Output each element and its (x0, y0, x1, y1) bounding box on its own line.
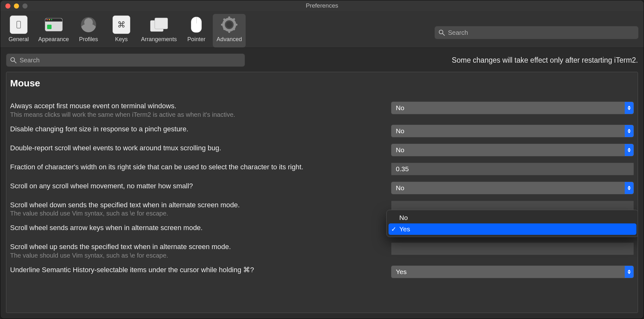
setting-control: Yes (391, 266, 634, 278)
svg-point-9 (439, 30, 443, 34)
select-scroll-any-movement[interactable]: No (391, 182, 634, 194)
window-title: Preferences (306, 2, 338, 9)
stepper-icon (625, 102, 634, 114)
appearance-icon (45, 16, 63, 34)
titlebar: Preferences (0, 0, 644, 11)
tab-label: Advanced (217, 36, 242, 43)
tab-label: General (9, 36, 29, 43)
stepper-icon (625, 182, 634, 194)
advanced-search (6, 53, 245, 67)
tab-arrangements[interactable]: Arrangements (138, 14, 180, 47)
setting-label: Scroll wheel down sends the specified te… (10, 201, 385, 210)
setting-label-wrap: Scroll wheel sends arrow keys when in al… (10, 223, 385, 232)
tab-label: Pointer (187, 36, 205, 43)
svg-point-0 (226, 22, 232, 28)
content-header: Some changes will take effect only after… (6, 53, 638, 67)
setting-label: Scroll wheel sends arrow keys when in al… (10, 223, 385, 232)
select-value: No (396, 184, 404, 192)
popup-option-label: Yes (399, 225, 410, 233)
stepper-icon (625, 266, 634, 278)
setting-label-wrap: Scroll on any scroll wheel movement, no … (10, 182, 385, 191)
setting-label-wrap: Double-report scroll wheel events to wor… (10, 144, 385, 153)
tab-profiles[interactable]: Profiles (72, 14, 105, 47)
search-icon (439, 29, 445, 36)
setting-control: No (391, 102, 634, 114)
check-icon: ✓ (391, 225, 396, 233)
setting-label: Underline Semantic History-selectable it… (10, 266, 385, 274)
arrangements-icon (150, 16, 168, 34)
search-icon (10, 57, 16, 63)
setting-row-wheel-up-text: Scroll wheel up sends the specified text… (6, 239, 638, 262)
svg-rect-3 (221, 24, 224, 26)
window-close-button[interactable] (5, 3, 10, 9)
setting-label: Scroll wheel up sends the specified text… (10, 242, 385, 251)
setting-label: Scroll on any scroll wheel movement, no … (10, 182, 385, 191)
select-accept-first-mouse[interactable]: No (391, 102, 634, 114)
setting-label-wrap: Underline Semantic History-selectable it… (10, 266, 385, 274)
popup-option-yes[interactable]: ✓Yes (389, 223, 636, 235)
tab-pointer[interactable]: Pointer (180, 14, 213, 47)
setting-sublabel: The value should use Vim syntax, such as… (10, 210, 385, 217)
setting-label-wrap: Scroll wheel down sends the specified te… (10, 201, 385, 217)
preferences-window: Preferences General Appearance Profi (0, 0, 644, 319)
window-controls (5, 3, 28, 9)
tab-keys[interactable]: ⌘ Keys (105, 14, 138, 47)
setting-label: Disable changing font size in response t… (10, 125, 385, 134)
profiles-icon (80, 16, 97, 34)
textfield-char-right-fraction[interactable] (391, 163, 634, 175)
tab-advanced[interactable]: Advanced (213, 14, 246, 47)
select-double-report-scroll[interactable]: No (391, 144, 634, 156)
general-icon (10, 16, 28, 34)
select-value: Yes (396, 268, 407, 276)
textfield-wheel-up-text[interactable] (391, 242, 634, 255)
keys-icon: ⌘ (113, 16, 130, 34)
setting-row-scroll-any-movement: Scroll on any scroll wheel movement, no … (6, 178, 638, 197)
setting-sublabel: The value should use Vim syntax, such as… (10, 252, 385, 259)
advanced-search-input[interactable] (19, 56, 241, 64)
setting-sublabel: This means clicks will work the same whe… (10, 111, 385, 118)
select-underline-semantic-history[interactable]: Yes (391, 266, 634, 278)
svg-line-10 (443, 34, 445, 35)
setting-label-wrap: Always accept first mouse event on termi… (10, 102, 385, 118)
tab-label: Appearance (38, 36, 69, 43)
setting-row-disable-pinch-font: Disable changing font size in response t… (6, 122, 638, 141)
popup-option-no[interactable]: No (389, 212, 636, 223)
stepper-icon (625, 125, 634, 137)
svg-point-11 (11, 58, 15, 61)
settings-group-mouse: Mouse Always accept first mouse event on… (6, 72, 638, 313)
setting-control (391, 242, 634, 255)
gear-icon (220, 16, 238, 34)
settings-rows: Always accept first mouse event on termi… (6, 98, 638, 294)
toolbar: General Appearance Profiles ⌘ Keys (0, 11, 644, 48)
setting-control: No (391, 144, 634, 156)
toolbar-search-field[interactable] (434, 26, 639, 39)
tab-label: Profiles (79, 36, 98, 43)
pointer-icon (187, 16, 205, 34)
toolbar-search-input[interactable] (447, 29, 635, 37)
select-value: No (396, 104, 404, 112)
stepper-icon (625, 144, 634, 156)
setting-label-wrap: Fraction of character's width on its rig… (10, 163, 385, 172)
svg-rect-1 (228, 16, 230, 20)
advanced-search-field[interactable] (6, 53, 245, 67)
toolbar-items: General Appearance Profiles ⌘ Keys (0, 11, 248, 47)
window-zoom-button[interactable] (22, 3, 28, 9)
svg-line-12 (14, 61, 16, 63)
tab-appearance[interactable]: Appearance (35, 14, 72, 47)
select-value: No (396, 146, 404, 154)
setting-label-wrap: Scroll wheel up sends the specified text… (10, 242, 385, 259)
tab-general[interactable]: General (2, 14, 35, 47)
window-minimize-button[interactable] (14, 3, 19, 9)
select-disable-pinch-font[interactable]: No (391, 125, 634, 137)
toolbar-search (434, 26, 639, 39)
restart-notice: Some changes will take effect only after… (452, 56, 638, 65)
setting-row-char-right-fraction: Fraction of character's width on its rig… (6, 160, 638, 178)
setting-row-underline-semantic-history: Underline Semantic History-selectable it… (6, 262, 638, 281)
setting-control: No (391, 125, 634, 137)
svg-rect-2 (228, 30, 230, 33)
select-value: No (396, 127, 404, 135)
section-title: Mouse (6, 72, 638, 98)
setting-label: Fraction of character's width on its rig… (10, 163, 385, 172)
select-popup[interactable]: No✓Yes (386, 210, 638, 237)
setting-label-wrap: Disable changing font size in response t… (10, 125, 385, 134)
